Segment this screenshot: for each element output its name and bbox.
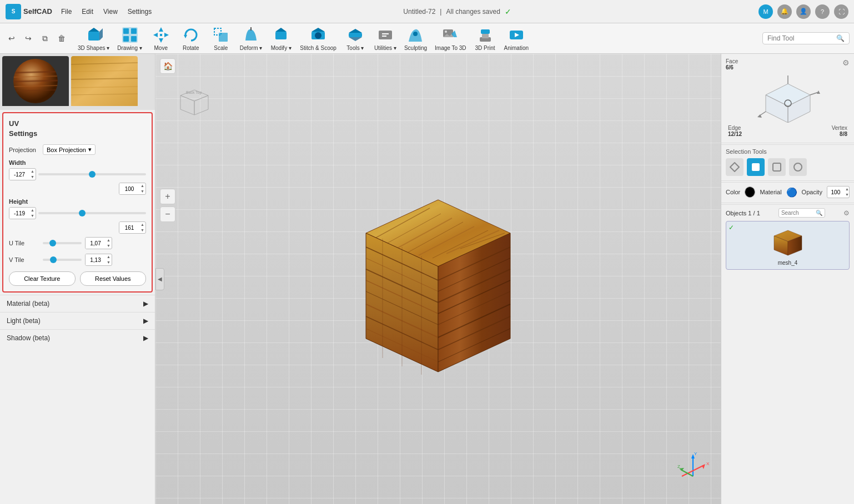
select-object-icon[interactable] [789, 158, 807, 176]
redo-button[interactable]: ↪ [21, 31, 36, 46]
height-spinner[interactable]: -119 ▲ ▼ [9, 207, 36, 219]
tool-image-to-3d[interactable]: Image To 3D [431, 24, 470, 53]
tool-animation-label: Animation [504, 45, 529, 51]
height-range-slider[interactable] [38, 212, 146, 214]
divider-2 [721, 180, 854, 181]
nav-cube-svg [755, 73, 821, 123]
u-tile-slider[interactable] [43, 242, 82, 244]
find-tool-input[interactable] [767, 34, 834, 42]
height-max-down[interactable]: ▼ [139, 228, 145, 233]
height-max-input[interactable] [119, 222, 139, 233]
3d-nav-cube[interactable] [755, 73, 821, 123]
width-max-up[interactable]: ▲ [139, 183, 145, 189]
material-icon[interactable]: 🔵 [786, 187, 797, 198]
3d-cube-model [321, 166, 555, 401]
viewport-minus-btn[interactable]: − [160, 206, 175, 222]
account-icon[interactable]: 👤 [796, 4, 811, 19]
u-tile-input[interactable] [86, 238, 106, 249]
width-spinner[interactable]: -127 ▲ ▼ [9, 168, 36, 180]
width-max-input[interactable] [119, 183, 139, 194]
objects-search-input[interactable] [781, 210, 815, 216]
light-beta-section[interactable]: Light (beta) ▶ [0, 312, 155, 329]
tool-modify[interactable]: Modify ▾ [267, 24, 295, 53]
tool-deform[interactable]: Deform ▾ [237, 24, 266, 53]
v-tile-slider[interactable] [43, 259, 82, 261]
opacity-down[interactable]: ▼ [844, 192, 850, 198]
menu-edit[interactable]: Edit [77, 6, 98, 18]
notifications-icon[interactable]: 🔔 [777, 4, 792, 19]
delete-button[interactable]: 🗑 [54, 31, 69, 46]
opacity-spinner[interactable]: ▲ ▼ [827, 186, 850, 198]
width-input[interactable]: -127 [9, 169, 29, 180]
v-tile-input[interactable] [86, 254, 106, 265]
app-logo[interactable]: S SelfCAD [6, 4, 52, 19]
width-down[interactable]: ▼ [29, 174, 36, 180]
undo-button[interactable]: ↩ [4, 31, 19, 46]
tool-animation[interactable]: Animation [501, 24, 532, 53]
height-down[interactable]: ▼ [29, 213, 36, 219]
v-tile-label: V Tile [9, 256, 39, 263]
u-tile-arrows: ▲ ▼ [106, 238, 112, 249]
height-input[interactable]: -119 [9, 208, 29, 219]
find-tool-box[interactable]: 🔍 [762, 32, 850, 44]
left-panel-collapse-btn[interactable]: ◀ [155, 268, 164, 290]
opacity-up[interactable]: ▲ [844, 187, 850, 192]
object-item-mesh4[interactable]: ✓ [726, 221, 850, 270]
width-up[interactable]: ▲ [29, 169, 36, 174]
nav-settings-icon[interactable]: ⚙ [842, 58, 850, 67]
shadow-beta-section[interactable]: Shadow (beta) ▶ [0, 329, 155, 346]
height-max-up[interactable]: ▲ [139, 222, 145, 228]
tool-3d-shapes[interactable]: 3D Shapes ▾ [74, 24, 113, 53]
tool-rotate[interactable]: Rotate [177, 24, 205, 53]
u-tile-spinner[interactable]: ▲ ▼ [85, 237, 112, 249]
material-beta-section[interactable]: Material (beta) ▶ [0, 295, 155, 312]
width-max-spinner[interactable]: ▲ ▼ [119, 183, 146, 195]
select-vertex-icon[interactable] [726, 158, 744, 176]
tool-tools[interactable]: Tools ▾ [341, 24, 370, 53]
tool-utilities[interactable]: Utilities ▾ [371, 24, 400, 53]
reset-values-button[interactable]: Reset Values [80, 271, 147, 286]
objects-settings-icon[interactable]: ⚙ [843, 209, 850, 217]
tool-scale[interactable]: Scale [207, 24, 235, 53]
select-edge-icon[interactable] [768, 158, 786, 176]
u-tile-down[interactable]: ▼ [106, 243, 112, 249]
menu-file[interactable]: File [57, 6, 76, 18]
texture-thumb-2[interactable] [71, 56, 138, 108]
viewport-plus-btn[interactable]: + [160, 189, 175, 204]
u-tile-up[interactable]: ▲ [106, 238, 112, 243]
tool-stitch-scoop[interactable]: Stitch & Scoop [297, 24, 340, 53]
texture-thumb-1[interactable] [2, 56, 69, 108]
fullscreen-icon[interactable]: ⛶ [834, 4, 848, 19]
clear-texture-button[interactable]: Clear Texture [9, 271, 76, 286]
height-up[interactable]: ▲ [29, 208, 36, 213]
menu-bar: File Edit View Settings [57, 6, 156, 18]
deform-icon [242, 26, 260, 44]
document-name: Untitled-72 [403, 8, 435, 16]
width-range-slider[interactable] [38, 173, 146, 175]
projection-select[interactable]: Box Projection ▾ [43, 144, 96, 155]
user-avatar-icon[interactable]: M [758, 4, 773, 19]
viewport[interactable]: 🏠 + − ◀ [155, 54, 721, 504]
select-face-icon[interactable] [747, 158, 765, 176]
opacity-input[interactable] [827, 187, 844, 197]
v-tile-up[interactable]: ▲ [106, 254, 112, 260]
objects-search-box[interactable]: 🔍 [778, 208, 825, 218]
menu-settings[interactable]: Settings [123, 6, 156, 18]
height-max-spinner[interactable]: ▲ ▼ [119, 221, 146, 234]
menu-view[interactable]: View [99, 6, 122, 18]
texture-previews [0, 54, 155, 110]
v-tile-down[interactable]: ▼ [106, 260, 112, 265]
color-swatch[interactable] [745, 187, 755, 198]
tool-move[interactable]: Move [147, 24, 175, 53]
viewport-home-btn[interactable]: 🏠 [160, 58, 175, 74]
viewport-top-bar: 🏠 [160, 58, 175, 74]
svg-rect-4 [123, 28, 129, 34]
tool-sculpting[interactable]: Sculpting [401, 24, 430, 53]
v-tile-spinner[interactable]: ▲ ▼ [85, 254, 112, 266]
copy-button[interactable]: ⧉ [38, 31, 52, 46]
svg-text:Back: Back [186, 90, 195, 94]
width-max-down[interactable]: ▼ [139, 189, 145, 194]
help-icon[interactable]: ? [815, 4, 830, 19]
tool-drawing[interactable]: Drawing ▾ [114, 24, 145, 53]
tool-3d-print[interactable]: 3D Print [471, 24, 500, 53]
